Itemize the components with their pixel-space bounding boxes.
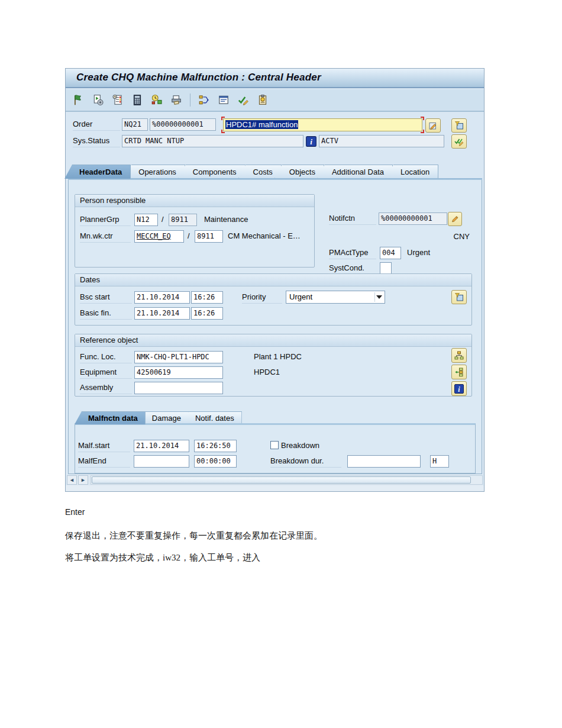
plannergrp-label: PlannerGrp: [80, 215, 131, 226]
window-titlebar: Create CHQ Machine Malfunction : Central…: [66, 69, 484, 88]
notifctn-edit-button[interactable]: [448, 212, 462, 226]
breakdown-unit-field[interactable]: H: [430, 455, 449, 468]
page-funnel-icon: [454, 120, 464, 131]
equipment-field[interactable]: 42500619: [134, 366, 223, 379]
scrollbar-track[interactable]: [91, 475, 483, 485]
tab-location[interactable]: Location: [386, 165, 438, 179]
application-toolbar: [66, 89, 484, 112]
subtab-damage[interactable]: Damage: [138, 411, 189, 424]
bsc-start-time-field[interactable]: 16:26: [191, 291, 223, 304]
plannergrp-field[interactable]: N12: [134, 214, 158, 226]
sap-window: Create CHQ Machine Malfunction : Central…: [65, 68, 485, 492]
dates-detail-button[interactable]: [451, 290, 467, 304]
order-graph-icon[interactable]: [197, 92, 211, 108]
workctr-field[interactable]: MECCM_EQ: [134, 230, 184, 243]
basic-fin-date-field[interactable]: 21.10.2014: [134, 307, 190, 320]
object-info-button[interactable]: i: [451, 381, 467, 396]
tab-headerdata[interactable]: HeaderData: [64, 165, 131, 179]
dates-group: Dates Bsc start 21.10.2014 16:26 Priorit…: [75, 273, 472, 326]
svg-text:i: i: [310, 137, 312, 146]
assembly-label: Assembly: [80, 383, 132, 394]
basic-fin-label: Basic fin.: [80, 308, 132, 320]
put-in-process-icon[interactable]: [91, 92, 105, 108]
malf-start-time-field[interactable]: 16:26:50: [194, 440, 237, 452]
info-icon: i: [305, 136, 317, 147]
person-responsible-title: Person responsible: [75, 195, 314, 207]
func-loc-field[interactable]: NMK-CHQ-PLT1-HPDC: [134, 351, 223, 363]
scheduling-icon[interactable]: [150, 92, 164, 108]
plannergrp-plant-field[interactable]: 8911: [169, 214, 197, 226]
notifctn-field[interactable]: %00000000001: [379, 212, 447, 225]
malf-start-date-field[interactable]: 21.10.2014: [134, 440, 189, 452]
workctr-desc: CM Mechanical - E…: [228, 231, 301, 240]
edit-long-text-button[interactable]: [425, 118, 441, 133]
breakdown-dur-field[interactable]: [347, 455, 421, 468]
workctr-label: Mn.wk.ctr: [80, 231, 131, 243]
reference-title: Reference object: [75, 334, 471, 347]
scroll-left-icon[interactable]: ◄: [67, 475, 77, 485]
systcond-field[interactable]: [380, 262, 392, 275]
status-info-button[interactable]: i: [305, 135, 318, 147]
scroll-right-icon[interactable]: ►: [78, 475, 88, 485]
info-icon: i: [454, 384, 464, 394]
cursor-mark-icon: [421, 130, 424, 133]
reference-object-group: Reference object Func. Loc. NMK-CHQ-PLT1…: [75, 334, 472, 397]
order-label: Order: [73, 120, 120, 131]
pmacttype-label: PMActType: [329, 248, 376, 259]
complete-check-icon[interactable]: [236, 92, 250, 108]
workctr-plant-field[interactable]: 8911: [195, 230, 223, 243]
order-text-field[interactable]: HPDC1# malfunction: [223, 118, 422, 131]
order-type-field[interactable]: NQ21: [122, 118, 148, 131]
headerdata-panel: Person responsible PlannerGrp N12 / 8911…: [68, 180, 482, 474]
sys-status-label: Sys.Status: [73, 136, 120, 147]
pmacttype-desc: Urgent: [407, 248, 430, 257]
tab-operations[interactable]: Operations: [124, 165, 185, 179]
pmacttype-field[interactable]: 004: [380, 247, 401, 259]
toolbar-separator: [190, 94, 190, 107]
tab-additional-data[interactable]: Additional Data: [317, 165, 393, 179]
main-tabstrip: HeaderData Operations Components Costs O…: [72, 163, 438, 179]
schedule-list-icon[interactable]: [111, 92, 125, 108]
double-check-pencil-icon: [454, 136, 464, 147]
plannergrp-desc: Maintenance: [204, 215, 248, 224]
user-status-field[interactable]: ACTV: [319, 135, 444, 147]
horizontal-scrollbar: ◄ ►: [67, 475, 483, 485]
equipment-label: Equipment: [80, 368, 132, 379]
subtab-malfnctn-data[interactable]: Malfnctn data: [75, 411, 146, 424]
long-text-icon[interactable]: [217, 92, 231, 108]
assembly-field[interactable]: [134, 382, 223, 394]
plannergrp-slash: /: [162, 215, 164, 224]
bsc-start-date-field[interactable]: 21.10.2014: [134, 291, 190, 304]
window-bottom-frame: [66, 485, 484, 491]
order-number-field[interactable]: %00000000001: [150, 118, 216, 131]
subtab-notif-dates[interactable]: Notif. dates: [182, 411, 242, 424]
notification-clipboard-icon[interactable]: [256, 92, 270, 108]
print-icon[interactable]: [169, 92, 183, 108]
basic-fin-time-field[interactable]: 16:26: [191, 307, 223, 320]
priority-dropdown[interactable]: Urgent: [286, 291, 385, 304]
equipment-desc: HPDC1: [254, 368, 280, 376]
doc-text-enter: Enter: [65, 507, 85, 517]
priority-label: Priority: [242, 292, 282, 304]
structure-overview-button[interactable]: [451, 348, 467, 363]
chevron-down-icon: [374, 292, 383, 302]
release-flag-icon[interactable]: [72, 92, 86, 108]
bsc-start-label: Bsc start: [80, 292, 132, 304]
system-status-field[interactable]: CRTD MANC NTUP: [122, 135, 303, 147]
calculator-icon[interactable]: [130, 92, 144, 108]
partner-overview-button[interactable]: [451, 118, 467, 133]
tab-components[interactable]: Components: [178, 165, 246, 179]
tab-objects[interactable]: Objects: [274, 165, 324, 179]
status-detail-button[interactable]: [451, 134, 467, 149]
pencil-paper-icon: [428, 120, 438, 131]
malf-end-time-field[interactable]: 00:00:00: [194, 455, 237, 468]
structure-arrow-icon: [454, 367, 464, 378]
func-loc-label: Func. Loc.: [80, 352, 132, 363]
scrollbar-thumb[interactable]: [92, 476, 471, 484]
malfunction-tabstrip: Malfnctn data Damage Notif. dates: [82, 410, 242, 424]
breakdown-checkbox[interactable]: [270, 441, 279, 449]
doc-text-teco: 将工单设置为技术完成，iw32，输入工单号，进入: [65, 552, 260, 563]
structure-list-button[interactable]: [451, 365, 467, 379]
page-title: Create CHQ Machine Malfunction : Central…: [76, 72, 321, 83]
malf-end-date-field[interactable]: [134, 455, 189, 468]
